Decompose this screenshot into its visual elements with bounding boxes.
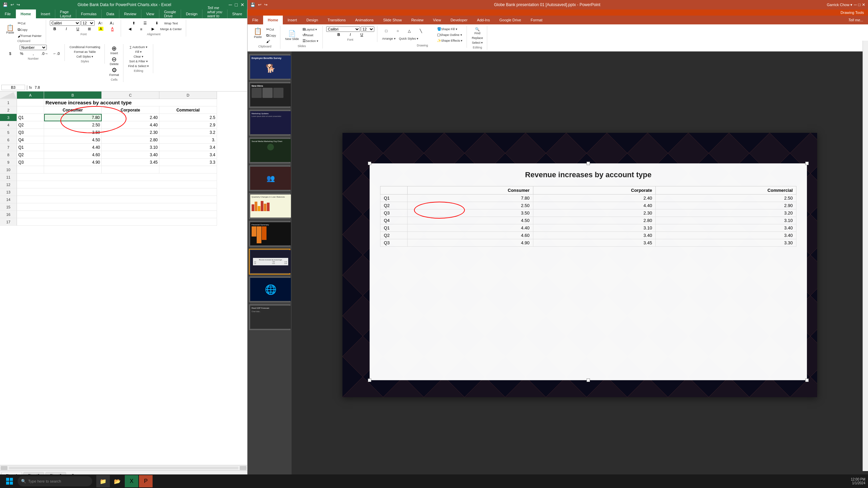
taskbar-ppt-app[interactable]: P — [139, 475, 153, 487]
slide-thumb-5[interactable]: 5 Marketing Updates Lorem ipsum dolor si… — [249, 110, 290, 136]
cell-c10[interactable] — [102, 166, 159, 174]
percent-btn[interactable]: % — [16, 51, 27, 56]
col-header-d[interactable]: D — [159, 92, 217, 99]
cell-d8[interactable]: 3.4 — [159, 151, 217, 159]
excel-tab-formulas[interactable]: Formulas — [76, 9, 102, 18]
cell-b9[interactable]: 4.90 — [44, 159, 102, 166]
align-top-btn[interactable]: ⬆ — [128, 20, 139, 26]
ppt-tab-animations[interactable]: Animations — [350, 16, 378, 24]
cell-a9[interactable]: Q3 — [17, 159, 44, 166]
excel-tab-pagelayout[interactable]: Page Layout — [55, 9, 76, 18]
align-bottom-btn[interactable]: ⬇ — [151, 20, 162, 26]
cell-row13[interactable] — [17, 188, 217, 196]
format-painter-btn[interactable]: 🖌 Format Painter — [16, 33, 43, 39]
ppt-tab-format[interactable]: Format — [526, 16, 547, 24]
excel-tab-view[interactable]: View — [141, 9, 159, 18]
excel-minimize-btn[interactable]: ─ — [229, 2, 232, 7]
align-center-btn[interactable]: ≡ — [136, 26, 147, 32]
cell-row17[interactable] — [17, 218, 217, 226]
taskbar-app-1[interactable]: 📁 — [96, 475, 110, 487]
align-right-btn[interactable]: ▶ — [147, 26, 158, 32]
taskbar-app-2[interactable]: 📂 — [111, 475, 124, 487]
cell-d5[interactable]: 3.2 — [159, 129, 217, 136]
ppt-tab-developer[interactable]: Developer — [446, 16, 472, 24]
ppt-italic-btn[interactable]: I — [345, 32, 356, 37]
insert-cell-btn[interactable]: ⊕ Insert — [109, 45, 120, 56]
col-header-b[interactable]: B — [44, 92, 102, 99]
bold-btn[interactable]: B — [50, 26, 60, 32]
dollar-btn[interactable]: $ — [5, 51, 16, 56]
comma-btn[interactable]: , — [28, 51, 39, 56]
slide-thumb-10[interactable]: 10 Revenue increases by account type Q17… — [249, 249, 290, 274]
excel-close-btn[interactable]: ✕ — [240, 2, 244, 7]
cell-d3[interactable]: 2.5 — [159, 114, 217, 121]
excel-tab-home[interactable]: Home — [16, 9, 36, 18]
ppt-find-btn[interactable]: 🔍 Find — [472, 26, 483, 36]
cell-a6[interactable]: Q4 — [17, 136, 44, 144]
align-left-btn[interactable]: ◀ — [124, 26, 135, 32]
ppt-maximize-btn[interactable]: □ — [858, 2, 861, 7]
merge-center-btn[interactable]: Merge & Center — [159, 27, 183, 32]
ppt-font-select[interactable]: Calibri — [326, 26, 360, 32]
slide-thumb-6[interactable]: 6 Social Media Marketing Org Chart — [249, 138, 290, 163]
ppt-save-icon[interactable]: 💾 — [250, 2, 255, 7]
ppt-tab-file[interactable]: File — [248, 16, 263, 24]
cell-d10[interactable] — [159, 166, 217, 174]
sort-filter-btn[interactable]: Sort & Filter ▾ — [128, 59, 149, 64]
new-slide-btn[interactable]: 📄 New Slide — [284, 29, 300, 41]
cell-row14[interactable] — [17, 196, 217, 203]
ppt-tab-slideshow[interactable]: Slide Show — [378, 16, 407, 24]
excel-tab-insert[interactable]: Insert — [36, 9, 55, 18]
cell-b6[interactable]: 4.50 — [44, 136, 102, 144]
font-size-select[interactable]: 12 — [81, 20, 95, 26]
italic-btn[interactable]: I — [61, 26, 72, 32]
excel-tab-tell-me[interactable]: Tell me what you want to do... — [202, 9, 227, 18]
ppt-undo-icon[interactable]: ↩ — [258, 2, 261, 7]
excel-share-btn[interactable]: Share — [228, 9, 247, 18]
cell-b1[interactable]: Revenue increases by account type — [44, 99, 217, 106]
ppt-minimize-btn[interactable]: ─ — [854, 2, 857, 7]
cell-b8[interactable]: 4.60 — [44, 151, 102, 159]
cut-btn[interactable]: ✂ Cut — [16, 20, 43, 26]
excel-tab-googledrive[interactable]: Google Drive — [159, 9, 181, 18]
ppt-redo-icon[interactable]: ↪ — [264, 2, 268, 7]
ppt-scrollbar[interactable] — [863, 52, 868, 471]
cell-c8[interactable]: 3.40 — [102, 151, 159, 159]
ppt-tab-transitions[interactable]: Transitions — [323, 16, 350, 24]
cell-d7[interactable]: 3.4 — [159, 144, 217, 151]
taskbar-excel-app[interactable]: X — [125, 475, 138, 487]
excel-tab-file[interactable]: File — [0, 9, 16, 18]
excel-tab-review[interactable]: Review — [119, 9, 141, 18]
cell-a8[interactable]: Q2 — [17, 151, 44, 159]
shape-effects-btn[interactable]: ✨ Shape Effects ▾ — [436, 38, 464, 43]
excel-redo-icon[interactable]: ↪ — [17, 2, 20, 7]
reset-btn[interactable]: ↺ Reset — [301, 32, 320, 38]
cell-a10[interactable] — [17, 166, 44, 174]
cell-b7[interactable]: 4.40 — [44, 144, 102, 151]
col-header-a[interactable]: A — [17, 92, 44, 99]
cell-d6[interactable]: 3. — [159, 136, 217, 144]
section-btn[interactable]: ☰ Section ▾ — [301, 38, 320, 44]
ppt-select-btn[interactable]: Select ▾ — [471, 40, 485, 45]
cell-b2[interactable]: Consumer — [44, 106, 102, 114]
cell-a7[interactable]: Q1 — [17, 144, 44, 151]
cell-b3[interactable]: 7.80 — [44, 114, 102, 121]
cell-c9[interactable]: 3.45 — [102, 159, 159, 166]
ppt-cut-btn[interactable]: ✂ Cut — [265, 26, 277, 32]
format-cell-btn[interactable]: ⚙ Format — [108, 66, 121, 77]
formula-input[interactable] — [33, 85, 246, 90]
border-btn[interactable]: ⊞ — [84, 26, 95, 32]
cell-a4[interactable]: Q2 — [17, 121, 44, 129]
excel-save-icon[interactable]: 💾 — [3, 2, 8, 7]
ppt-arrange-btn[interactable]: Arrange ▾ — [381, 36, 397, 41]
cell-c6[interactable]: 2.80 — [102, 136, 159, 144]
slide-thumb-9[interactable]: 9 Financial Summary — [249, 221, 290, 247]
delete-cell-btn[interactable]: ⊖ Delete — [108, 56, 120, 66]
excel-maximize-btn[interactable]: □ — [235, 2, 238, 7]
slide-thumb-8[interactable]: 8 Quarterly Changes in Loan Balances — [249, 193, 290, 219]
ppt-replace-btn[interactable]: Replace — [470, 36, 484, 40]
align-middle-btn[interactable]: ☰ — [140, 20, 151, 26]
cell-a3[interactable]: Q1 — [17, 114, 44, 121]
ppt-tab-home[interactable]: Home — [263, 16, 283, 24]
handle-bottomright[interactable] — [805, 379, 809, 382]
